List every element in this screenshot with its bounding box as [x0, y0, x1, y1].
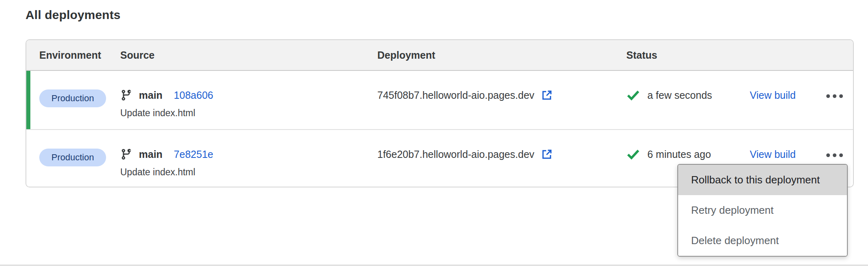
header-environment: Environment	[26, 49, 120, 61]
git-branch-icon	[120, 148, 132, 161]
external-link-icon[interactable]	[541, 89, 553, 101]
environment-badge: Production	[39, 89, 106, 107]
more-options-button[interactable]	[825, 151, 845, 160]
success-check-icon	[626, 148, 640, 160]
commit-message: Update index.html	[120, 166, 377, 178]
branch-name: main	[139, 89, 162, 102]
status-time: 6 minutes ago	[647, 148, 711, 161]
branch-name: main	[139, 148, 162, 161]
more-options-button[interactable]	[825, 92, 845, 100]
success-check-icon	[626, 89, 640, 101]
commit-message: Update index.html	[120, 107, 377, 119]
menu-item-delete[interactable]: Delete deployment	[678, 225, 847, 256]
page-bottom-divider	[0, 265, 868, 266]
table-header-row: Environment Source Deployment Status	[26, 40, 853, 71]
header-deployment: Deployment	[377, 49, 626, 61]
deployment-url: 745f08b7.helloworld-aio.pages.dev	[377, 89, 534, 102]
deployment-context-menu: Rollback to this deployment Retry deploy…	[677, 164, 848, 257]
table-row: Production main 108a606 Update index.htm…	[26, 71, 853, 129]
deployment-url: 1f6e20b7.helloworld-aio.pages.dev	[377, 148, 534, 161]
external-link-icon[interactable]	[541, 148, 553, 160]
menu-item-retry[interactable]: Retry deployment	[678, 195, 847, 225]
header-status: Status	[626, 49, 750, 61]
active-deployment-indicator	[26, 71, 30, 129]
header-source: Source	[120, 49, 377, 61]
commit-link[interactable]: 7e8251e	[174, 148, 213, 161]
view-build-link[interactable]: View build	[750, 89, 796, 102]
git-branch-icon	[120, 89, 132, 102]
page-title: All deployments	[26, 8, 121, 22]
menu-item-rollback[interactable]: Rollback to this deployment	[678, 165, 847, 195]
environment-badge: Production	[39, 149, 106, 166]
status-time: a few seconds	[647, 89, 712, 102]
commit-link[interactable]: 108a606	[174, 89, 213, 102]
view-build-link[interactable]: View build	[750, 148, 796, 161]
